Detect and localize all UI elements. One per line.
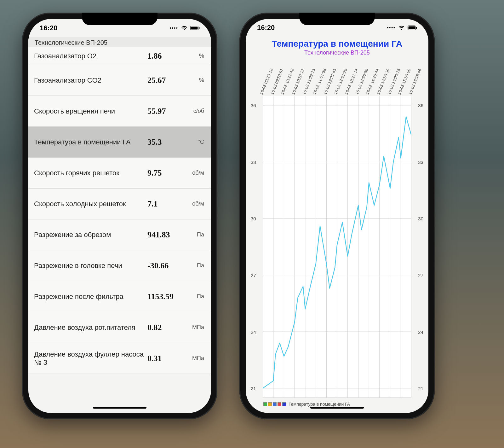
y-tick-label: 30 [413,216,423,221]
parameter-unit: Па [185,293,205,300]
parameter-label: Скорость вращения печи [34,107,147,115]
parameter-value: 0.31 [147,354,185,363]
battery-icon [190,26,200,30]
clock: 16:20 [40,24,57,32]
parameter-unit: Па [185,231,205,238]
parameter-row[interactable]: Скорость горячих решеток9.75об/м [28,158,211,189]
chart-legend: Температура в помещении ГА [250,400,424,413]
chart-plot-area[interactable] [263,96,411,398]
parameter-label: Газоанализатор CO2 [34,76,147,84]
parameter-row[interactable]: Газоанализатор O21.86% [28,47,211,65]
chart-y-axis-right: 212427303336 [413,96,423,398]
parameter-label: Разрежение за обрезом [34,231,147,239]
phone-left: 16:20 •••• Технологические ВП-205 Газоан… [22,13,217,419]
chart-y-axis-left: 212427303336 [251,96,261,398]
parameter-row[interactable]: Давление воздуха рот.питателя0.82МПа [28,312,211,343]
legend-swatch [273,402,277,406]
parameter-row[interactable]: Давление воздуха фуллер насоса № 30.31МП… [28,343,211,374]
phone-right: 16:20 •••• Температура в помещении ГА Те… [239,13,435,419]
cellular-dots-icon: •••• [387,25,396,30]
parameter-label: Скорость горячих решеток [34,169,147,177]
chart-title: Температура в помещении ГА [250,39,424,49]
y-tick-label: 24 [251,329,261,335]
parameter-value: 9.75 [147,168,185,178]
screen-left: 16:20 •••• Технологические ВП-205 Газоан… [28,19,211,413]
parameter-value: 941.83 [147,230,185,240]
legend-label: Температура в помещении ГА [289,402,350,407]
parameter-row[interactable]: Температура в помещении ГА35.3°C [28,127,211,158]
y-tick-label: 21 [413,386,423,391]
y-tick-label: 21 [251,386,261,391]
parameter-label: Газоанализатор O2 [34,52,147,60]
parameter-unit: об/м [185,170,205,176]
wifi-icon [181,26,188,31]
svg-rect-5 [416,27,417,29]
parameter-value: 35.3 [147,137,185,147]
battery-icon [408,26,417,30]
parameter-row[interactable]: Разрежение за обрезом941.83Па [28,219,211,250]
clock: 16:20 [257,24,275,32]
section-header: Технологические ВП-205 [28,37,211,47]
parameter-label: Скорость холодных решеток [34,200,147,208]
y-tick-label: 36 [251,103,261,108]
parameter-value: 0.82 [147,323,185,332]
screen-right: 16:20 •••• Температура в помещении ГА Те… [246,19,428,413]
parameter-row[interactable]: Скорость холодных решеток7.1об/м [28,189,211,219]
y-tick-label: 33 [413,159,423,165]
parameter-unit: % [185,53,205,59]
parameter-label: Температура в помещении ГА [34,138,147,146]
parameter-unit: с/об [185,108,205,114]
y-tick-label: 24 [413,329,423,335]
legend-swatch [268,402,272,406]
parameter-unit: МПа [185,324,205,331]
y-tick-label: 27 [251,272,261,278]
parameter-list[interactable]: Газоанализатор O21.86%Газоанализатор CO2… [28,47,211,413]
y-tick-label: 27 [413,272,423,278]
chart-subtitle: Технологические ВП-205 [250,49,424,56]
parameter-label: Разрежение после фильтра [34,293,147,300]
y-tick-label: 36 [413,103,423,108]
home-indicator[interactable] [93,407,146,409]
parameter-value: 1.86 [147,51,185,61]
legend-swatch [263,402,267,406]
parameter-row[interactable]: Скорость вращения печи55.97с/об [28,96,211,127]
chart-x-axis-labels: 16-05 09:23:1216-05 09:52:5716-05 10:22:… [250,58,424,95]
svg-rect-1 [191,27,198,30]
cellular-dots-icon: •••• [169,26,178,31]
phone-notch [299,13,375,25]
home-indicator[interactable] [310,407,364,409]
parameter-unit: °C [185,139,205,145]
parameter-unit: об/м [185,201,205,207]
parameter-unit: Па [185,262,205,269]
parameter-row[interactable]: Разрежение после фильтра1153.59Па [28,281,211,312]
parameter-value: 55.97 [147,107,185,116]
y-tick-label: 33 [251,159,261,165]
y-tick-label: 30 [251,216,261,221]
parameter-row[interactable]: Разрежение в головке печи-30.66Па [28,250,211,281]
parameter-unit: % [185,77,205,84]
parameter-value: 1153.59 [147,292,185,301]
parameter-value: -30.66 [147,261,185,271]
parameter-value: 7.1 [147,199,185,209]
svg-rect-4 [409,26,415,29]
wifi-icon [398,25,405,30]
parameter-label: Давление воздуха фуллер насоса № 3 [34,350,147,366]
legend-swatch [282,402,286,406]
phone-notch [82,13,158,25]
parameter-value: 25.67 [147,76,185,85]
parameter-unit: МПа [185,355,205,362]
svg-rect-2 [199,27,200,29]
parameter-label: Давление воздуха рот.питателя [34,323,147,331]
parameter-label: Разрежение в головке печи [34,262,147,270]
parameter-row[interactable]: Газоанализатор CO225.67% [28,65,211,96]
legend-swatch [278,402,281,406]
